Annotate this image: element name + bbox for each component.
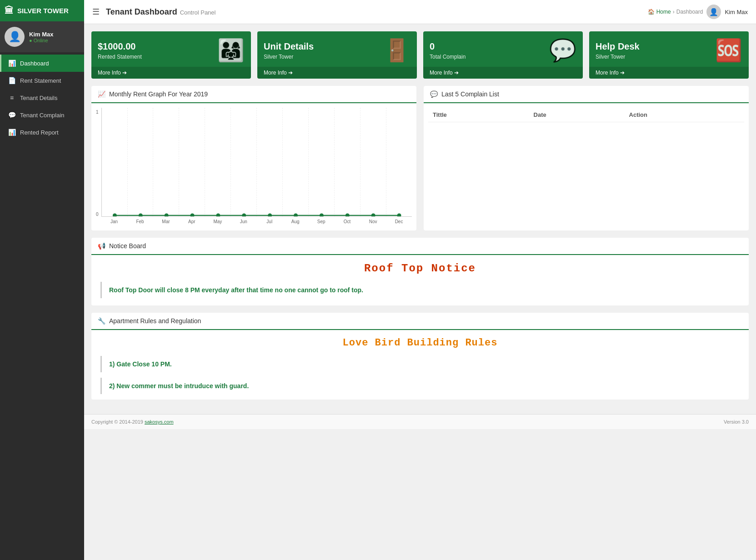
- svg-point-3: [190, 213, 194, 216]
- main-content: ☰ Tenant Dashboard Control Panel 🏠 Home …: [84, 0, 756, 560]
- svg-point-1: [138, 213, 142, 216]
- avatar: 👤: [5, 27, 25, 47]
- svg-point-4: [216, 213, 220, 216]
- stat-icon-rented: 👨‍👩‍👧: [217, 38, 245, 63]
- profile-name: Kim Max: [29, 31, 53, 38]
- xaxis-jun: Jun: [230, 219, 256, 224]
- stats-row: $1000.00 Rented Statement 👨‍👩‍👧 More Inf…: [91, 31, 749, 79]
- complain-table: Tittle Date Action: [428, 108, 744, 122]
- rules-building-title: Love Bird Building Rules: [91, 330, 749, 356]
- stat-label-rented: Rented Statement: [98, 54, 142, 60]
- sidebar-label-tenant-details: Tenant Details: [20, 95, 57, 101]
- rules-header: 🔧 Apartment Rules and Regulation: [91, 313, 749, 330]
- stat-footer-rented[interactable]: More Info ➔: [91, 67, 251, 79]
- notice-content: Roof Top Door will close 8 PM everyday a…: [100, 282, 740, 298]
- stat-footer-complain[interactable]: More Info ➔: [423, 67, 583, 79]
- rules-title: Apartment Rules and Regulation: [109, 317, 201, 325]
- breadcrumb-home[interactable]: Home: [656, 9, 671, 15]
- sidebar-nav: 📊 Dashboard 📄 Rent Statement ≡ Tenant De…: [0, 55, 84, 141]
- footer: Copyright © 2014-2019 sakosys.com Versio…: [84, 414, 756, 429]
- xaxis-nov: Nov: [360, 219, 386, 224]
- tenant-details-icon: ≡: [8, 94, 15, 101]
- stat-value-rented: $1000.00: [98, 41, 142, 52]
- sidebar-item-rented-report[interactable]: 📊 Rented Report: [0, 124, 84, 141]
- notice-title: Roof Top Notice: [91, 255, 749, 282]
- xaxis-dec: Dec: [386, 219, 412, 224]
- notice-board: 📢 Notice Board Roof Top Notice Roof Top …: [91, 238, 749, 305]
- stat-icon-unit: 🚪: [383, 38, 411, 63]
- page-subtitle: Control Panel: [180, 9, 216, 16]
- svg-point-8: [319, 213, 323, 216]
- col-action: Action: [625, 108, 744, 122]
- username: Kim Max: [725, 9, 748, 15]
- user-avatar: 👤: [706, 5, 721, 19]
- stat-label-help: Silver Tower: [596, 54, 640, 60]
- page-title: Tenant Dashboard: [106, 7, 177, 17]
- sidebar-item-tenant-complain[interactable]: 💬 Tenant Complain: [0, 106, 84, 124]
- breadcrumb: 🏠 Home › Dashboard: [648, 9, 703, 15]
- svg-point-6: [268, 213, 272, 216]
- stat-value-complain: 0: [430, 41, 466, 52]
- complain-title: Last 5 Complain List: [441, 90, 499, 98]
- sidebar-item-rent-statement[interactable]: 📄 Rent Statement: [0, 72, 84, 89]
- topbar-right: 🏠 Home › Dashboard 👤 Kim Max: [648, 5, 748, 19]
- xaxis-feb: Feb: [127, 219, 153, 224]
- complain-panel: 💬 Last 5 Complain List Tittle Date Actio…: [424, 86, 749, 230]
- profile-status: Online: [29, 38, 53, 43]
- col-title: Tittle: [428, 108, 529, 122]
- stat-footer-help[interactable]: More Info ➔: [589, 67, 749, 79]
- stat-footer-unit[interactable]: More Info ➔: [257, 67, 417, 79]
- chart-y-max: 1: [96, 110, 99, 115]
- sidebar-profile: 👤 Kim Max Online: [0, 21, 84, 52]
- chart-svg: [102, 108, 412, 216]
- stat-label-unit: Silver Tower: [264, 54, 314, 60]
- apartment-rules: 🔧 Apartment Rules and Regulation Love Bi…: [91, 313, 749, 400]
- complain-panel-header: 💬 Last 5 Complain List: [424, 86, 749, 103]
- chart-container: 1 0: [91, 103, 416, 230]
- chart-panel: 📈 Monthly Rent Graph For Year 2019 1 0: [91, 86, 416, 230]
- dashboard-icon: 📊: [8, 60, 15, 67]
- chart-title: Monthly Rent Graph For Year 2019: [109, 90, 208, 98]
- svg-point-10: [371, 213, 375, 216]
- complain-panel-body: Tittle Date Action: [424, 103, 749, 127]
- footer-version: Version 3.0: [724, 419, 749, 425]
- stat-card-help-desk: Help Desk Silver Tower 🆘 More Info ➔: [589, 31, 749, 79]
- building-icon: 🏛: [5, 5, 14, 16]
- chart-xaxis: Jan Feb Mar Apr May Jun Jul Aug Sep Oct: [101, 217, 412, 226]
- app-name: SILVER TOWER: [17, 7, 69, 15]
- svg-point-9: [345, 213, 349, 216]
- xaxis-jul: Jul: [256, 219, 282, 224]
- sidebar-label-rent-statement: Rent Statement: [20, 77, 61, 84]
- col-date: Date: [529, 108, 625, 122]
- rent-statement-icon: 📄: [8, 77, 15, 84]
- chart-icon: 📈: [98, 90, 105, 98]
- xaxis-oct: Oct: [334, 219, 360, 224]
- stat-value-unit: Unit Details: [264, 41, 314, 52]
- topbar: ☰ Tenant Dashboard Control Panel 🏠 Home …: [84, 0, 756, 24]
- stat-value-help: Help Desk: [596, 41, 640, 52]
- svg-point-11: [397, 213, 401, 216]
- rule-item-2: 2) New commer must be intruduce with gua…: [100, 378, 740, 394]
- xaxis-apr: Apr: [179, 219, 205, 224]
- xaxis-sep: Sep: [308, 219, 334, 224]
- notice-board-title: Notice Board: [109, 242, 146, 250]
- xaxis-jan: Jan: [101, 219, 127, 224]
- xaxis-may: May: [205, 219, 230, 224]
- stat-icon-help: 🆘: [715, 38, 742, 63]
- sidebar-item-dashboard[interactable]: 📊 Dashboard: [0, 55, 84, 72]
- tenant-complain-icon: 💬: [8, 111, 15, 119]
- sidebar-header: 🏛 SILVER TOWER: [0, 0, 84, 21]
- stat-card-rented-statement: $1000.00 Rented Statement 👨‍👩‍👧 More Inf…: [91, 31, 251, 79]
- breadcrumb-current: Dashboard: [676, 9, 703, 15]
- stat-icon-complain: 💬: [549, 38, 576, 63]
- sidebar-label-rented-report: Rented Report: [20, 129, 59, 136]
- rented-report-icon: 📊: [8, 129, 15, 136]
- complain-icon: 💬: [430, 90, 438, 98]
- menu-toggle-icon[interactable]: ☰: [92, 7, 100, 17]
- chart-complain-row: 📈 Monthly Rent Graph For Year 2019 1 0: [91, 86, 749, 230]
- xaxis-aug: Aug: [282, 219, 308, 224]
- sidebar-item-tenant-details[interactable]: ≡ Tenant Details: [0, 89, 84, 106]
- xaxis-mar: Mar: [153, 219, 179, 224]
- svg-point-7: [294, 213, 298, 216]
- footer-link[interactable]: sakosys.com: [145, 419, 174, 425]
